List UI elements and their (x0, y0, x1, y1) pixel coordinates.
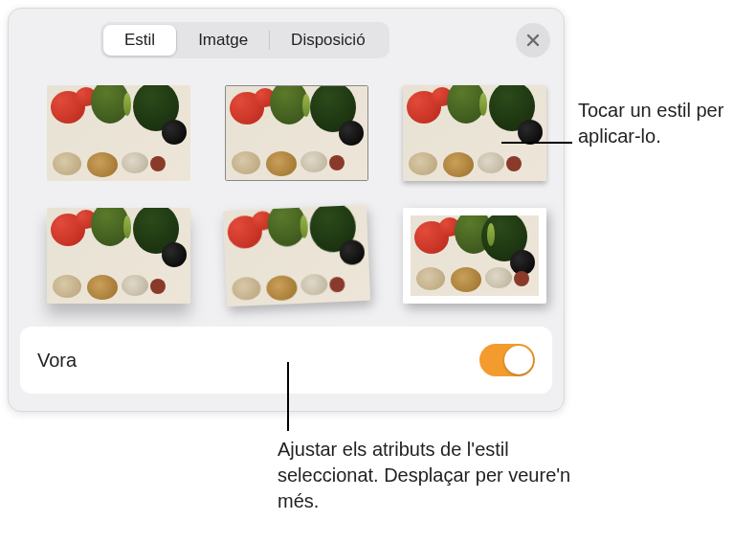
close-button[interactable] (516, 23, 550, 57)
close-icon (525, 33, 541, 48)
border-toggle[interactable] (479, 344, 535, 376)
style-grid (9, 66, 564, 313)
style-thumb-reflection[interactable] (47, 208, 190, 304)
format-panel: Estil Imatge Disposició (8, 8, 565, 412)
callout-adjust-attrs: Ajustar els atributs de l'estil seleccio… (278, 437, 574, 514)
border-row: Vora (20, 327, 552, 394)
callout-tap-style: Tocar un estil per aplicar-lo. (578, 98, 750, 149)
style-thumb-tilted[interactable] (223, 205, 370, 306)
segmented-control: Estil Imatge Disposició (100, 22, 389, 58)
style-thumb-plain[interactable] (47, 85, 190, 181)
style-thumb-thin-border[interactable] (225, 85, 368, 181)
tab-style[interactable]: Estil (103, 25, 176, 56)
tab-image[interactable]: Imatge (177, 25, 269, 56)
style-thumb-polaroid[interactable] (403, 208, 546, 304)
tab-bar: Estil Imatge Disposició (9, 9, 564, 66)
border-label: Vora (37, 350, 77, 372)
tab-layout[interactable]: Disposició (270, 25, 386, 56)
callout-leader (501, 142, 572, 144)
style-thumb-shadow[interactable] (403, 85, 546, 181)
toggle-knob (504, 346, 533, 374)
callout-leader (287, 362, 289, 431)
